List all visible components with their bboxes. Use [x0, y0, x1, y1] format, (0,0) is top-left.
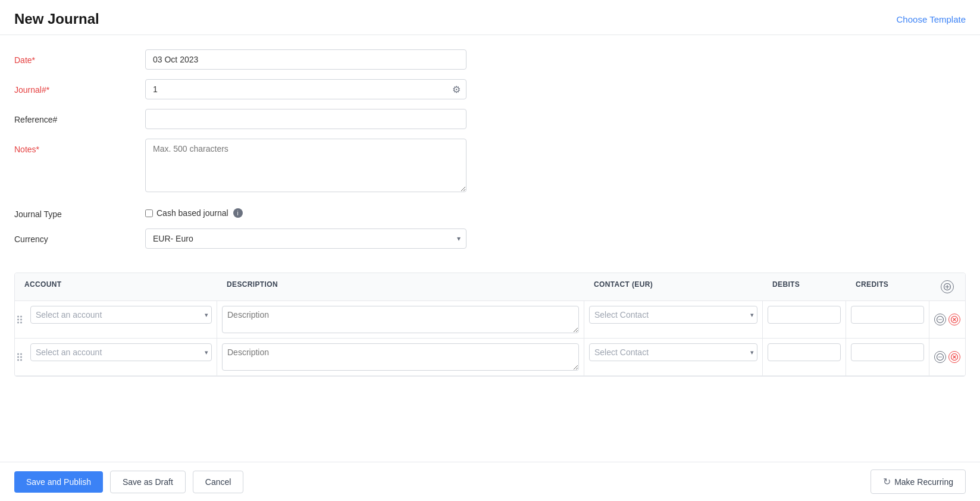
col-contact: CONTACT (EUR) [584, 273, 763, 300]
reference-input[interactable] [145, 109, 466, 129]
journal-type-label: Journal Type [14, 203, 145, 219]
description-cell-1 [217, 301, 584, 338]
notes-input[interactable] [145, 139, 466, 192]
more-options-icon-2[interactable] [934, 351, 946, 363]
date-label: Date* [14, 49, 145, 65]
description-cell-2 [217, 339, 584, 375]
save-draft-button[interactable]: Save as Draft [110, 471, 186, 493]
account-select-1[interactable]: Select an account [30, 306, 212, 324]
delete-row-icon-2[interactable] [948, 351, 960, 363]
journal-number-row: Journal#* ⚙ [14, 79, 466, 99]
debits-cell-1 [763, 301, 846, 338]
cash-based-label: Cash based journal [156, 208, 228, 218]
contact-cell-2: Select Contact ▾ [584, 339, 763, 375]
credit-input-1[interactable] [851, 306, 924, 324]
contact-select-2[interactable]: Select Contact [589, 343, 757, 361]
currency-row: Currency EUR- Euro ▾ [14, 228, 466, 249]
gear-icon[interactable]: ⚙ [452, 84, 461, 95]
col-description: DESCRIPTION [217, 273, 584, 300]
col-debits: DEBITS [763, 273, 846, 300]
debit-input-1[interactable] [768, 306, 841, 324]
cancel-button[interactable]: Cancel [193, 471, 244, 493]
cash-based-checkbox[interactable] [145, 209, 153, 217]
save-publish-button[interactable]: Save and Publish [14, 471, 103, 493]
reference-label: Reference# [14, 109, 145, 124]
svg-point-13 [941, 356, 942, 358]
table-row: Select an account ▾ Select Contact ▾ [15, 301, 965, 339]
date-input[interactable] [145, 49, 466, 70]
svg-point-4 [938, 319, 940, 320]
svg-point-6 [941, 319, 942, 320]
contact-select-1[interactable]: Select Contact [589, 306, 757, 324]
col-actions [929, 273, 965, 300]
journal-number-label: Journal#* [14, 79, 145, 95]
journal-number-input[interactable] [145, 79, 466, 99]
more-options-icon-1[interactable] [934, 314, 946, 325]
credit-input-2[interactable] [851, 343, 924, 361]
choose-template-button[interactable]: Choose Template [897, 14, 966, 24]
journal-type-row: Journal Type Cash based journal i [14, 203, 466, 219]
currency-label: Currency [14, 228, 145, 244]
description-input-1[interactable] [222, 306, 579, 333]
currency-select[interactable]: EUR- Euro [145, 228, 466, 249]
contact-cell-1: Select Contact ▾ [584, 301, 763, 338]
account-cell-2: Select an account ▾ [15, 339, 217, 375]
reference-row: Reference# [14, 109, 466, 129]
notes-row: Notes* [14, 139, 466, 194]
notes-label: Notes* [14, 139, 145, 154]
account-select-2[interactable]: Select an account [30, 343, 212, 361]
debits-cell-2 [763, 339, 846, 375]
col-account: ACCOUNT [15, 273, 217, 300]
footer: Save and Publish Save as Draft Cancel ↻ … [0, 462, 980, 501]
page-title: New Journal [14, 11, 99, 27]
make-recurring-button[interactable]: ↻ Make Recurring [871, 469, 966, 494]
credits-cell-2 [846, 339, 929, 375]
col-credits: CREDITS [846, 273, 929, 300]
delete-row-icon-1[interactable] [948, 314, 960, 325]
row-actions-1 [929, 301, 965, 338]
journal-form: Date* Journal#* ⚙ Reference# [14, 49, 466, 249]
table-header: ACCOUNT DESCRIPTION CONTACT (EUR) DEBITS… [15, 273, 965, 301]
date-row: Date* [14, 49, 466, 70]
journal-lines-table: ACCOUNT DESCRIPTION CONTACT (EUR) DEBITS… [14, 273, 966, 377]
info-icon[interactable]: i [233, 208, 243, 218]
row-actions-2 [929, 339, 965, 375]
svg-point-12 [940, 356, 941, 358]
credits-cell-1 [846, 301, 929, 338]
recurring-icon: ↻ [883, 476, 891, 487]
account-cell-1: Select an account ▾ [15, 301, 217, 338]
description-input-2[interactable] [222, 343, 579, 371]
footer-actions-left: Save and Publish Save as Draft Cancel [14, 471, 243, 493]
page-header: New Journal Choose Template [0, 0, 980, 35]
main-content: Date* Journal#* ⚙ Reference# [0, 35, 980, 462]
svg-point-11 [938, 356, 940, 358]
add-row-icon[interactable] [941, 280, 954, 293]
debit-input-2[interactable] [768, 343, 841, 361]
table-row: Select an account ▾ Select Contact ▾ [15, 339, 965, 376]
svg-point-5 [940, 319, 941, 320]
